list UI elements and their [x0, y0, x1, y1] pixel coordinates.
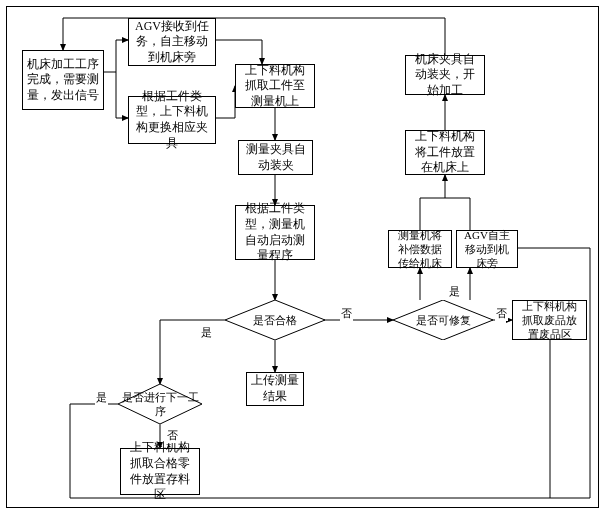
node-text: 上传测量结果 [251, 373, 299, 404]
node-text: 测量夹具自动装夹 [243, 142, 308, 173]
label-yes: 是 [200, 325, 213, 340]
node-text: 上下料机构抓取废品放置废品区 [517, 299, 582, 342]
node-start: 机床加工工序完成，需要测量，发出信号 [22, 50, 104, 110]
node-scrap: 上下料机构抓取废品放置废品区 [512, 300, 587, 340]
node-place-machine: 上下料机构将工件放置在机床上 [405, 130, 485, 175]
label-no: 否 [340, 306, 353, 321]
label-no: 否 [495, 306, 508, 321]
decision-text: 是否可修复 [416, 313, 471, 327]
node-pick-to-measure: 上下料机构抓取工件至测量机上 [235, 64, 315, 108]
node-text: 机床夹具自动装夹，开始加工 [410, 52, 480, 99]
decision-text: 是否进行下一工序 [118, 390, 202, 419]
decision-next-proc: 是否进行下一工序 [118, 384, 202, 424]
node-upload: 上传测量结果 [246, 372, 304, 406]
decision-qualified: 是否合格 [225, 300, 325, 340]
node-clamp-2: 机床夹具自动装夹，开始加工 [405, 55, 485, 95]
node-text: 上下料机构抓取合格零件放置存料区 [125, 440, 195, 502]
node-text: AGV接收到任务，自主移动到机床旁 [133, 19, 211, 66]
node-text: AGV自主移动到机床旁 [461, 228, 513, 271]
node-text: 根据工件类型，上下料机构更换相应夹具 [133, 89, 211, 151]
node-text: 根据工件类型，测量机自动启动测量程序 [240, 201, 310, 263]
node-clamp: 测量夹具自动装夹 [238, 140, 313, 175]
label-yes: 是 [448, 284, 461, 299]
node-agv-move-2: AGV自主移动到机床旁 [456, 230, 518, 268]
node-change-fixture: 根据工件类型，上下料机构更换相应夹具 [128, 96, 216, 144]
node-text: 上下料机构将工件放置在机床上 [410, 129, 480, 176]
node-text: 上下料机构抓取工件至测量机上 [240, 63, 310, 110]
node-compensate: 测量机将补偿数据传给机床 [388, 230, 452, 268]
node-agv-task: AGV接收到任务，自主移动到机床旁 [128, 18, 216, 66]
node-text: 机床加工工序完成，需要测量，发出信号 [27, 57, 99, 104]
node-text: 测量机将补偿数据传给机床 [393, 228, 447, 271]
decision-repairable: 是否可修复 [393, 300, 493, 340]
label-no: 否 [166, 428, 179, 443]
node-store: 上下料机构抓取合格零件放置存料区 [120, 448, 200, 495]
node-measure-program: 根据工件类型，测量机自动启动测量程序 [235, 205, 315, 260]
label-yes: 是 [95, 390, 108, 405]
decision-text: 是否合格 [253, 313, 297, 327]
